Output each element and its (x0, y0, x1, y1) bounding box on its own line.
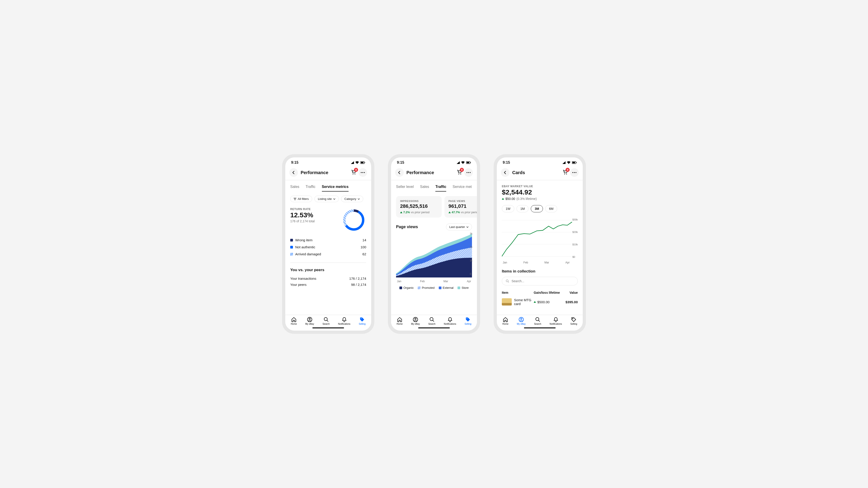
more-icon (572, 172, 577, 173)
card-impressions[interactable]: IMPRESSIONS 286,525,516 7.2%vs prior per… (396, 196, 442, 217)
nav-notifications[interactable]: Notifications (550, 317, 562, 325)
y-tick: $30k (572, 218, 578, 221)
tabs: Seller level Sales Traffic Service metri… (396, 180, 472, 191)
nav-notifications[interactable]: Notifications (338, 317, 350, 325)
tab-service-metrics[interactable]: Service metrics (322, 185, 348, 191)
home-icon (397, 317, 402, 322)
screen-3: 9:15 Cards 9 (497, 157, 583, 331)
nav-label: Home (397, 323, 403, 325)
svg-point-23 (467, 172, 467, 173)
nav-home[interactable]: Home (502, 317, 508, 325)
y-tick: $20k (572, 231, 578, 233)
cart-button[interactable]: 9 (562, 169, 568, 176)
svg-point-29 (415, 318, 416, 319)
nav-selling[interactable]: Selling (570, 317, 577, 325)
table-row[interactable]: Some MTG card $500.00 $395.00 (502, 296, 578, 308)
legend-swatch-icon (458, 286, 460, 289)
svg-point-39 (576, 172, 577, 173)
nav-my-ebay[interactable]: My eBay (411, 317, 420, 325)
back-button[interactable] (501, 168, 509, 177)
legend-row: Not authentic 100 (290, 244, 366, 250)
legend-item: Store (458, 286, 469, 289)
range-1w[interactable]: 1W (502, 205, 514, 212)
nav-label: My eBay (517, 323, 526, 325)
search-icon (429, 317, 435, 322)
range-3m[interactable]: 3M (531, 205, 543, 212)
phone-frame-2: 9:15 Performance 9 (388, 154, 480, 334)
cart-button[interactable]: 9 (351, 169, 357, 176)
app-header: Cards 9 (497, 166, 583, 180)
bell-icon (447, 317, 453, 322)
card-suffix: vs prior period (411, 211, 430, 214)
status-time: 9:15 (503, 160, 510, 164)
back-button[interactable] (395, 168, 404, 177)
tab-service-metrics[interactable]: Service metrics (453, 185, 472, 191)
market-value-label: EBAY MARKET VALUE (502, 185, 578, 188)
legend-row: Arrived damaged 62 (290, 250, 366, 257)
search-input[interactable]: Search... (502, 277, 578, 285)
status-bar: 9:15 (391, 157, 477, 166)
home-indicator (312, 328, 344, 328)
page-title: Performance (301, 170, 328, 175)
chip-category-label: Category (344, 197, 356, 201)
svg-point-15 (309, 318, 310, 319)
nav-label: Search (534, 323, 541, 325)
nav-label: My eBay (305, 323, 314, 325)
more-button[interactable] (464, 168, 473, 177)
status-time: 9:15 (291, 160, 298, 164)
cart-badge: 9 (565, 168, 569, 172)
back-button[interactable] (289, 168, 298, 177)
nav-my-ebay[interactable]: My eBay (517, 317, 526, 325)
app-header: Performance 9 (285, 166, 371, 180)
range-6m[interactable]: 6M (545, 205, 557, 212)
tab-traffic[interactable]: Traffic (306, 185, 315, 191)
legend-item: Promoted (418, 286, 434, 289)
status-icons (562, 161, 577, 164)
svg-point-24 (468, 172, 469, 173)
nav-search[interactable]: Search (534, 317, 541, 325)
delta-amount: $50.00 (505, 197, 515, 201)
legend-label: External (443, 286, 454, 289)
svg-rect-1 (361, 162, 364, 163)
nav-notifications[interactable]: Notifications (444, 317, 456, 325)
arrow-up-icon (502, 198, 504, 200)
chip-all-filters[interactable]: All filters (290, 195, 312, 202)
chip-category[interactable]: Category (341, 195, 364, 202)
status-bar: 9:15 (497, 157, 583, 166)
chevron-down-icon (358, 198, 360, 200)
tab-sales[interactable]: Sales (420, 185, 429, 191)
nav-home[interactable]: Home (397, 317, 403, 325)
nav-my-ebay[interactable]: My eBay (305, 317, 314, 325)
nav-search[interactable]: Search (428, 317, 436, 325)
chip-listing-site[interactable]: Listing site (314, 195, 339, 202)
legend-label: Organic (403, 286, 414, 289)
more-button[interactable] (570, 168, 579, 177)
nav-selling[interactable]: Selling (359, 317, 366, 325)
chart-header: Page views Last quarter (396, 223, 472, 231)
tab-traffic[interactable]: Traffic (435, 185, 446, 191)
page-title: Performance (406, 170, 434, 175)
chip-all-filters-label: All filters (298, 197, 309, 201)
bottom-nav: Home My eBay Search Notifications Sellin… (497, 315, 583, 326)
nav-home[interactable]: Home (291, 317, 297, 325)
screen-1: 9:15 Performance 9 (285, 157, 371, 331)
tab-sales[interactable]: Sales (290, 185, 299, 191)
range-1m[interactable]: 1M (517, 205, 528, 212)
status-time: 9:15 (397, 160, 404, 164)
card-suffix: vs prior period (461, 211, 477, 214)
y-tick: 0 (470, 273, 472, 275)
svg-point-5 (361, 172, 362, 173)
nav-label: Notifications (550, 323, 562, 325)
svg-point-6 (362, 172, 363, 173)
cart-button[interactable]: 9 (457, 169, 463, 176)
cart-badge: 9 (460, 168, 464, 172)
tab-seller-level[interactable]: Seller level (396, 185, 414, 191)
card-page-views[interactable]: PAGE VIEWS 961,071 47.7%vs prior period (444, 196, 477, 217)
nav-search[interactable]: Search (322, 317, 330, 325)
nav-selling[interactable]: Selling (465, 317, 471, 325)
range-dropdown[interactable]: Last quarter (446, 223, 472, 231)
x-axis: Jan Feb Mar Apr (502, 260, 578, 264)
card-label: IMPRESSIONS (400, 200, 438, 203)
phone-frame-3: 9:15 Cards 9 (494, 154, 586, 334)
more-button[interactable] (359, 168, 367, 177)
